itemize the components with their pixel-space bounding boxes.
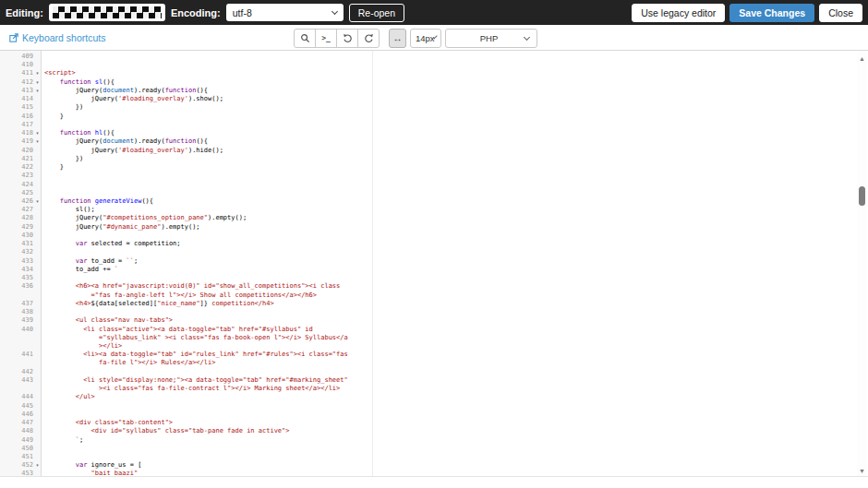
line-number: 438 <box>0 308 33 316</box>
line-number: 425 <box>0 189 33 197</box>
code-row: ="fas fa-angle-left l"></i> Show all com… <box>0 292 854 300</box>
font-size-select[interactable]: 14px <box>410 29 441 48</box>
code-text: ></li> <box>42 342 122 351</box>
code-row: 446 <box>0 411 854 419</box>
code-row: 451 <box>0 453 854 461</box>
code-text: ="fas fa-angle-left l"></i> Show all com… <box>42 292 317 300</box>
code-row: 438 <box>0 308 854 316</box>
code-row: ></li> <box>0 342 854 351</box>
code-text: jQuery("#competitions_option_pane").empt… <box>42 214 247 222</box>
line-number: 432 <box>0 248 33 256</box>
line-number: 446 <box>0 411 33 419</box>
vertical-scrollbar[interactable]: ▲ ▼ <box>857 51 867 477</box>
fold-arrow-icon[interactable]: ▾ <box>33 137 42 146</box>
code-text: <h4>${data[selected]["nice_name"]} compe… <box>42 300 274 308</box>
code-text: function sl(){ <box>42 78 115 87</box>
fold-arrow-icon[interactable]: ▾ <box>33 197 42 206</box>
code-row: 417 <box>0 121 854 129</box>
code-text: <li style="display:none;"><a data-toggle… <box>42 376 348 385</box>
code-row: 427 sl(); <box>0 206 854 214</box>
line-number: 453 <box>0 470 33 477</box>
line-number: 413 <box>0 87 33 95</box>
code-row: 442 <box>0 368 854 376</box>
code-row: 426▾ function generateView(){ <box>0 197 854 206</box>
line-number: 422 <box>0 163 33 172</box>
line-number: 431 <box>0 240 33 248</box>
topbar-right-actions: Use legacy editor Save Changes Close <box>632 4 862 22</box>
search-button[interactable] <box>294 29 316 48</box>
filename-input[interactable] <box>49 4 165 21</box>
keyboard-shortcuts-label: Keyboard shortcuts <box>22 32 105 43</box>
encoding-label: Encoding: <box>171 7 221 18</box>
code-row: 436 <h6><a href="javascript:void(0)" id=… <box>0 282 854 291</box>
line-number: 451 <box>0 453 33 461</box>
fold-arrow-icon[interactable]: ▾ <box>33 69 42 77</box>
code-text: <li class="active"><a data-toggle="tab" … <box>42 326 313 334</box>
filename-redacted <box>53 6 162 18</box>
font-size-value: 14px <box>416 33 435 43</box>
line-number: 427 <box>0 206 33 214</box>
line-number: 440 <box>0 326 33 334</box>
line-number: 450 <box>0 445 33 453</box>
scrollbar-thumb[interactable] <box>859 186 865 206</box>
save-changes-button[interactable]: Save Changes <box>729 4 814 22</box>
code-text: }) <box>42 155 83 163</box>
top-bar: Editing: Encoding: utf-8 Re-open Use leg… <box>0 0 868 25</box>
line-number: 442 <box>0 368 33 376</box>
code-row: 419▾ jQuery(document).ready(function(){ <box>0 137 854 146</box>
code-text: function generateView(){ <box>42 197 153 206</box>
code-row: 444 </ul> <box>0 393 854 401</box>
line-number: 434 <box>0 266 33 274</box>
code-text: jQuery(document).ready(function(){ <box>42 137 208 146</box>
toolbar-button-group: >_ <box>294 29 380 48</box>
line-number: 436 <box>0 282 33 291</box>
code-row: 443 <li style="display:none;"><a data-to… <box>0 376 854 385</box>
line-number: 439 <box>0 316 33 325</box>
use-legacy-editor-button[interactable]: Use legacy editor <box>632 4 725 22</box>
code-editor[interactable]: 409410411▾<script>412▾ function sl(){413… <box>0 51 868 477</box>
line-number: 418 <box>0 129 33 137</box>
code-row: 410 <box>0 61 854 69</box>
code-row: 452▾ var ignore_us = [ <box>0 461 854 470</box>
code-text: ="syllabus_link" ><i class="fas fa-book-… <box>42 334 348 342</box>
line-number: 429 <box>0 223 33 232</box>
fold-arrow-icon[interactable]: ▾ <box>33 87 42 95</box>
redo-button[interactable] <box>357 29 380 48</box>
code-row: ><i class="fas fa-file-contract l"></i> … <box>0 385 854 393</box>
code-text: ><i class="fas fa-file-contract l"></i> … <box>42 385 340 393</box>
code-row: 440 <li class="active"><a data-toggle="t… <box>0 326 854 334</box>
close-button[interactable]: Close <box>819 4 862 22</box>
code-text: to_add += ` <box>42 266 118 274</box>
line-number: 441 <box>0 351 33 359</box>
code-row: 435 <box>0 274 854 282</box>
reopen-button[interactable]: Re-open <box>349 4 404 22</box>
undo-button[interactable] <box>336 29 358 48</box>
code-text: function hl(){ <box>42 129 115 137</box>
fold-arrow-icon[interactable]: ▾ <box>33 78 42 87</box>
code-row: 409 <box>0 53 854 61</box>
code-row: 434 to_add += ` <box>0 266 854 274</box>
code-row: 424 <box>0 181 854 189</box>
fold-arrow-icon[interactable]: ▾ <box>33 129 42 137</box>
word-wrap-toggle[interactable]: ↔ <box>389 29 406 48</box>
code-row: 421 }) <box>0 155 854 163</box>
encoding-select[interactable]: utf-8 <box>226 4 344 21</box>
code-text: var selected = competition; <box>42 240 181 248</box>
code-row: 441 <li><a data-toggle="tab" id="rules_l… <box>0 351 854 359</box>
line-number: 435 <box>0 274 33 282</box>
code-row: 453 "bait_baazi" <box>0 470 854 477</box>
line-number: 426 <box>0 197 33 206</box>
code-row: 416 } <box>0 113 854 121</box>
code-row: 412▾ function sl(){ <box>0 78 854 87</box>
syntax-mode-select[interactable]: PHP <box>445 29 537 48</box>
chevron-down-icon <box>524 33 530 40</box>
scroll-down-arrow-icon[interactable]: ▼ <box>858 467 866 475</box>
keyboard-shortcuts-link[interactable]: Keyboard shortcuts <box>9 32 105 43</box>
syntax-mode-value: PHP <box>453 33 524 43</box>
scroll-up-arrow-icon[interactable]: ▲ <box>858 54 866 63</box>
code-text: <ul class="nav nav-tabs"> <box>42 316 173 325</box>
code-row: 429 jQuery("#dynamic_pane").empty(); <box>0 223 854 232</box>
terminal-button[interactable]: >_ <box>315 29 337 48</box>
line-number: 423 <box>0 172 33 180</box>
fold-arrow-icon[interactable]: ▾ <box>33 461 42 470</box>
